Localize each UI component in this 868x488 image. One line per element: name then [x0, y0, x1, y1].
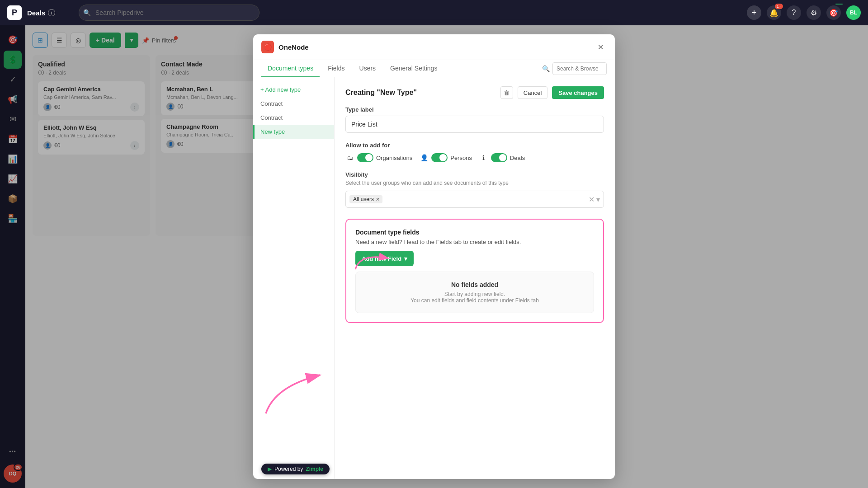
tab-document-types[interactable]: Document types — [261, 60, 320, 77]
topbar-right: + 🔔 1+ ? ⚙ 🎯 BL — [747, 5, 861, 20]
modal-title: OneNode — [278, 43, 594, 51]
sidebar-item-contract-2[interactable]: Contract — [253, 111, 334, 125]
no-fields-desc2: You can edit fields and field contents u… — [365, 297, 585, 304]
info-icon[interactable]: i — [48, 9, 55, 16]
allow-deals: ℹ Deals — [479, 153, 525, 162]
no-fields-desc1: Start by adding new field. — [365, 291, 585, 297]
allow-add-title: Allow to add for — [345, 142, 604, 149]
deals-icon: ℹ — [479, 153, 488, 162]
modal-body: + Add new type Contract Contract New typ… — [253, 77, 615, 479]
tab-users[interactable]: Users — [353, 60, 382, 77]
activity-badge — [835, 4, 843, 5]
page-title: Deals i — [27, 9, 55, 17]
apps-icon[interactable]: ⚙ — [807, 5, 821, 20]
help-icon[interactable]: ? — [787, 5, 801, 20]
doc-fields-title: Document type fields — [355, 229, 594, 236]
no-fields-box: No fields added Start by adding new fiel… — [355, 272, 594, 313]
visibility-desc: Select the user groups who can add and s… — [345, 180, 604, 186]
modal-header: 🔴 OneNode ✕ — [253, 34, 615, 60]
allow-add-section: Allow to add for 🗂 Organisations 👤 — [345, 142, 604, 162]
visibility-section: Visilbity Select the user groups who can… — [345, 171, 604, 208]
activity-icon[interactable]: 🎯 — [826, 5, 841, 20]
sidebar-add-type[interactable]: + Add new type — [253, 83, 334, 97]
deals-label: Deals — [510, 155, 525, 161]
type-label-input[interactable] — [345, 116, 604, 133]
allow-add-row: 🗂 Organisations 👤 Persons — [345, 153, 604, 162]
add-button[interactable]: + — [747, 5, 761, 20]
type-label-label: Type label — [345, 106, 604, 113]
annotation-arrow — [351, 244, 405, 272]
clear-multiselect-button[interactable]: ✕ — [589, 195, 594, 204]
sidebar-item-contract-1[interactable]: Contract — [253, 97, 334, 111]
visibility-multiselect[interactable]: All users ✕ ✕ ▾ — [345, 191, 604, 208]
allow-organisations: 🗂 Organisations — [345, 153, 412, 162]
search-input[interactable] — [79, 5, 259, 21]
organisations-label: Organisations — [376, 155, 412, 161]
persons-label: Persons — [450, 155, 472, 161]
multiselect-controls: ✕ ▾ — [589, 195, 600, 204]
no-fields-title: No fields added — [365, 281, 585, 288]
app-logo[interactable]: P — [7, 5, 22, 20]
modal-tabs: Document types Fields Users General Sett… — [253, 60, 615, 77]
form-section-title: Creating "New Type" 🗑 Cancel Save change… — [345, 86, 604, 99]
search-icon: 🔍 — [83, 9, 91, 16]
deals-toggle[interactable] — [491, 153, 507, 162]
organisations-toggle[interactable] — [357, 153, 373, 162]
powered-by-brand: Zimple — [306, 466, 323, 472]
tab-general-settings[interactable]: General Settings — [384, 60, 443, 77]
delete-type-button[interactable]: 🗑 — [500, 86, 513, 99]
modal: 🔴 OneNode ✕ Document types Fields Users … — [253, 34, 615, 479]
all-users-tag: All users ✕ — [349, 195, 382, 203]
play-icon: ▶ — [268, 466, 272, 472]
document-type-fields-section: Document type fields Need a new field? H… — [345, 219, 604, 323]
powered-by-label: Powered by — [274, 466, 303, 472]
cancel-button[interactable]: Cancel — [518, 86, 547, 99]
allow-persons: 👤 Persons — [420, 153, 472, 162]
persons-icon: 👤 — [420, 153, 429, 162]
modal-main-form: Creating "New Type" 🗑 Cancel Save change… — [335, 77, 615, 479]
visibility-title: Visilbity — [345, 171, 604, 178]
organisations-icon: 🗂 — [345, 153, 354, 162]
modal-app-icon: 🔴 — [261, 41, 274, 53]
notifications-icon[interactable]: 🔔 1+ — [767, 5, 781, 20]
tab-search: 🔍 — [542, 62, 607, 75]
powered-by: ▶ Powered by Zimple — [261, 464, 330, 474]
persons-toggle[interactable] — [431, 153, 448, 162]
sidebar-item-new-type[interactable]: New type — [253, 125, 334, 139]
notifications-badge: 1+ — [775, 4, 783, 9]
user-avatar[interactable]: BL — [846, 5, 861, 20]
modal-sidebar: + Add new type Contract Contract New typ… — [253, 77, 335, 479]
topbar: P Deals i 🔍 + 🔔 1+ ? ⚙ 🎯 BL — [0, 0, 868, 25]
modal-close-button[interactable]: ✕ — [594, 41, 607, 53]
modal-search-input[interactable] — [552, 62, 607, 75]
remove-all-users-tag[interactable]: ✕ — [376, 197, 380, 202]
search-container: 🔍 — [79, 5, 259, 21]
tab-fields[interactable]: Fields — [321, 60, 351, 77]
save-changes-button[interactable]: Save changes — [552, 86, 604, 99]
expand-multiselect-button[interactable]: ▾ — [596, 195, 600, 204]
